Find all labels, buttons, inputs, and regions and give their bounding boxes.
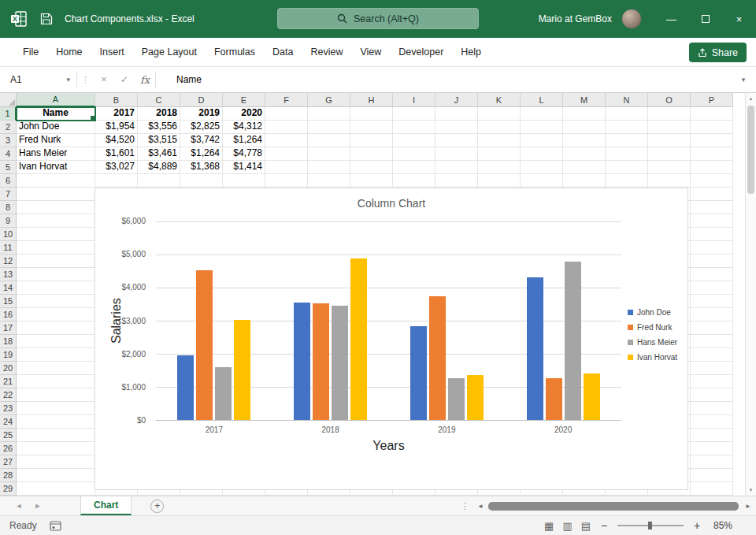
row-header-15[interactable]: 15 (0, 295, 17, 308)
sheet-nav-right-icon[interactable]: ► (28, 502, 47, 510)
cell-O5[interactable] (648, 161, 691, 174)
cell-P8[interactable] (691, 201, 733, 214)
cell-M3[interactable] (563, 134, 606, 147)
row-header-18[interactable]: 18 (0, 335, 17, 348)
bar-ivan-horvat-2017[interactable] (234, 320, 250, 420)
enter-icon[interactable]: ✓ (114, 74, 135, 85)
row-header-21[interactable]: 21 (0, 375, 17, 388)
cell-O6[interactable] (648, 174, 691, 188)
vertical-scrollbar[interactable]: ▲ ▼ (745, 93, 756, 496)
normal-view-icon[interactable]: ▦ (544, 521, 554, 531)
cell-G3[interactable] (308, 134, 350, 147)
cell-P29[interactable] (691, 482, 733, 496)
cell-P26[interactable] (691, 442, 733, 455)
cell-M2[interactable] (563, 121, 606, 134)
chart-title[interactable]: Column Chart (95, 197, 687, 210)
cell-I1[interactable] (393, 107, 435, 121)
row-header-17[interactable]: 17 (0, 321, 17, 335)
cell-P20[interactable] (691, 362, 733, 375)
cell-A4[interactable]: Hans Meier (17, 147, 95, 161)
zoom-slider[interactable] (617, 521, 684, 530)
cell-H3[interactable] (350, 134, 393, 147)
cell-A24[interactable] (17, 415, 95, 429)
cell-O3[interactable] (648, 134, 691, 147)
bar-hans-meier-2019[interactable] (448, 378, 465, 420)
row-header-10[interactable]: 10 (0, 228, 17, 241)
account-name[interactable]: Mario at GemBox (539, 13, 612, 24)
cell-P9[interactable] (691, 214, 733, 228)
cell-N5[interactable] (606, 161, 648, 174)
cell-P11[interactable] (691, 241, 733, 254)
cell-B3[interactable]: $4,520 (95, 134, 138, 147)
cell-P19[interactable] (691, 348, 733, 362)
cell-P12[interactable] (691, 254, 733, 268)
column-header-D[interactable]: D (180, 93, 223, 107)
cell-K4[interactable] (478, 147, 521, 161)
column-header-A[interactable]: A (17, 93, 95, 107)
cell-A8[interactable] (17, 201, 95, 214)
cell-H5[interactable] (350, 161, 393, 174)
cell-E6[interactable] (223, 174, 265, 188)
cell-A5[interactable]: Ivan Horvat (17, 161, 95, 174)
cell-H2[interactable] (350, 121, 393, 134)
cell-F4[interactable] (265, 147, 308, 161)
bar-fred-nurk-2017[interactable] (196, 270, 213, 420)
cell-L5[interactable] (521, 161, 563, 174)
cell-L4[interactable] (521, 147, 563, 161)
row-header-23[interactable]: 23 (0, 402, 17, 415)
avatar[interactable] (621, 9, 642, 29)
cell-P2[interactable] (691, 121, 733, 134)
cell-C5[interactable]: $4,889 (138, 161, 180, 174)
cell-P17[interactable] (691, 321, 733, 335)
cell-I5[interactable] (393, 161, 435, 174)
cell-B2[interactable]: $1,954 (95, 121, 138, 134)
cell-A15[interactable] (17, 295, 95, 308)
add-sheet-button[interactable]: + (150, 500, 164, 513)
chart-x-axis-title[interactable]: Years (156, 439, 621, 453)
column-header-O[interactable]: O (648, 93, 691, 107)
column-header-K[interactable]: K (478, 93, 521, 107)
cell-A29[interactable] (17, 482, 95, 496)
cell-P23[interactable] (691, 402, 733, 415)
cell-A27[interactable] (17, 455, 95, 469)
minimize-button[interactable]: — (654, 0, 688, 38)
cell-C1[interactable]: 2018 (138, 107, 180, 121)
column-header-E[interactable]: E (223, 93, 265, 107)
cell-F1[interactable] (265, 107, 308, 121)
cell-B5[interactable]: $3,027 (95, 161, 138, 174)
column-header-B[interactable]: B (95, 93, 138, 107)
macro-record-icon[interactable] (50, 521, 61, 531)
cell-A22[interactable] (17, 388, 95, 402)
cell-P24[interactable] (691, 415, 733, 429)
cell-M4[interactable] (563, 147, 606, 161)
row-header-26[interactable]: 26 (0, 442, 17, 455)
sheet-nav-left-icon[interactable]: ◄ (9, 502, 28, 510)
cell-M1[interactable] (563, 107, 606, 121)
bar-john-doe-2017[interactable] (177, 355, 194, 420)
cell-L1[interactable] (521, 107, 563, 121)
cell-J6[interactable] (435, 174, 478, 188)
bar-hans-meier-2018[interactable] (332, 306, 348, 420)
zoom-out-button[interactable]: − (599, 519, 609, 532)
cell-I6[interactable] (393, 174, 435, 188)
cell-O1[interactable] (648, 107, 691, 121)
ribbon-tab-insert[interactable]: Insert (91, 38, 133, 66)
column-header-H[interactable]: H (350, 93, 393, 107)
scroll-left-icon[interactable]: ◄ (474, 503, 487, 510)
row-header-3[interactable]: 3 (0, 134, 17, 147)
tab-scroll-splitter-icon[interactable]: ⋮ (461, 501, 469, 511)
cell-P10[interactable] (691, 228, 733, 241)
cell-B6[interactable] (95, 174, 138, 188)
legend-item-ivan-horvat[interactable]: Ivan Horvat (628, 353, 687, 362)
bar-ivan-horvat-2018[interactable] (350, 258, 367, 420)
search-box[interactable]: Search (Alt+Q) (277, 8, 479, 29)
row-header-5[interactable]: 5 (0, 161, 17, 174)
cell-N1[interactable] (606, 107, 648, 121)
cell-P3[interactable] (691, 134, 733, 147)
bar-fred-nurk-2020[interactable] (546, 378, 562, 420)
row-header-14[interactable]: 14 (0, 281, 17, 295)
cell-I3[interactable] (393, 134, 435, 147)
bar-hans-meier-2017[interactable] (215, 367, 232, 420)
ribbon-tab-view[interactable]: View (351, 38, 390, 66)
cell-D4[interactable]: $1,264 (180, 147, 223, 161)
